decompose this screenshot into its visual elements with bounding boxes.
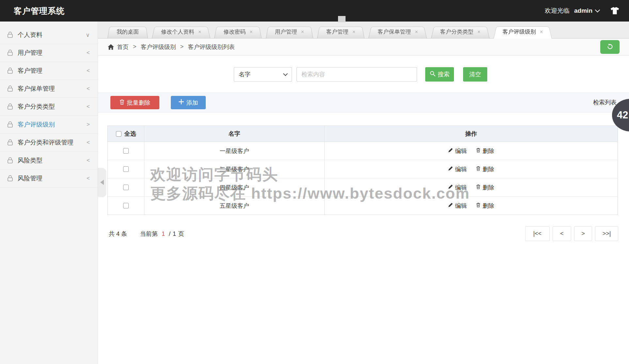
sidebar-item-label: 客户分类和评级管理 (18, 138, 87, 147)
sidebar-item-customer-management[interactable]: 客户管理 < (0, 62, 98, 80)
sidebar-item-customer-category-type[interactable]: 客户分类类型 < (0, 98, 98, 116)
current-page-prefix: 当前第 (140, 231, 158, 237)
chevron-left-icon: < (87, 50, 90, 56)
sidebar-item-policy-management[interactable]: 客户保单管理 < (0, 80, 98, 98)
row-checkbox[interactable] (123, 148, 129, 154)
row-checkbox[interactable] (123, 185, 129, 190)
edit-link[interactable]: 编辑 (448, 165, 467, 173)
shirt-icon[interactable] (610, 7, 619, 15)
breadcrumb-item[interactable]: 客户评级级别 (141, 43, 176, 51)
edit-link[interactable]: 编辑 (448, 184, 467, 191)
lock-icon (7, 32, 13, 38)
delete-label: 删除 (483, 147, 494, 155)
first-page-button[interactable]: |<< (525, 226, 550, 241)
close-icon[interactable]: × (540, 29, 543, 35)
app-header: 客户管理系统 欢迎光临 admin (0, 0, 629, 22)
chevron-right-icon: > (87, 121, 90, 128)
tab-bar: 我的桌面 修改个人资料 × 修改密码 × 用户管理 × 客户管理 × 客户保单管… (98, 22, 629, 38)
tab-customer-management[interactable]: 客户管理 × (317, 25, 364, 38)
sidebar-item-personal-profile[interactable]: 个人资料 ∨ (0, 26, 98, 44)
search-button[interactable]: 搜索 (425, 67, 454, 82)
edit-link[interactable]: 编辑 (448, 202, 467, 210)
close-icon[interactable]: × (352, 29, 355, 35)
close-icon[interactable]: × (250, 29, 252, 35)
tab-label: 修改个人资料 (161, 28, 194, 36)
sidebar-item-category-and-rating-management[interactable]: 客户分类和评级管理 < (0, 134, 98, 152)
chevron-left-icon: < (87, 157, 90, 164)
bulk-delete-button[interactable]: 批量删除 (110, 96, 159, 109)
house-icon (108, 44, 114, 50)
edit-link[interactable]: 编辑 (448, 147, 467, 155)
row-checkbox-cell (108, 197, 144, 215)
sidebar-item-risk-management[interactable]: 风险管理 < (0, 170, 98, 188)
sidebar-item-risk-type[interactable]: 风险类型 < (0, 152, 98, 170)
delete-link[interactable]: 删除 (476, 147, 494, 155)
chevron-down-icon[interactable] (595, 8, 600, 13)
chevron-left-icon: < (87, 85, 90, 92)
close-icon[interactable]: × (415, 29, 418, 35)
delete-link[interactable]: 删除 (476, 184, 494, 191)
sidebar-item-label: 客户分类类型 (18, 102, 87, 111)
total-count-text: 共 4 条 (109, 230, 127, 238)
table-row: 一星级客户 编辑 删除 (108, 142, 618, 160)
delete-link[interactable]: 删除 (476, 165, 494, 173)
tab-change-password[interactable]: 修改密码 × (214, 25, 262, 38)
clear-button-label: 清空 (469, 70, 481, 78)
header-user-area: 欢迎光临 admin (545, 0, 619, 22)
search-field-select[interactable]: 名字 (234, 67, 292, 82)
sidebar-item-user-management[interactable]: 用户管理 < (0, 44, 98, 62)
rating-level-table: 全选 名字 操作 一星级客户 编辑 删除 (107, 126, 618, 215)
magnifier-icon (430, 71, 435, 78)
welcome-text: 欢迎光临 (545, 7, 570, 15)
table-row: 五星级客户 编辑 删除 (108, 197, 618, 215)
breadcrumb-separator: > (180, 43, 184, 50)
tab-my-desktop[interactable]: 我的桌面 (107, 25, 148, 38)
pagination-buttons: |<< < > >>| (525, 226, 618, 241)
next-page-button[interactable]: > (574, 226, 592, 241)
sidebar-item-label: 客户保单管理 (18, 84, 87, 93)
sidebar-collapse-handle[interactable] (98, 168, 106, 197)
chevron-left-icon: < (87, 103, 90, 110)
delete-link[interactable]: 删除 (476, 202, 494, 210)
close-icon[interactable]: × (198, 29, 201, 35)
edit-label: 编辑 (455, 184, 467, 191)
close-icon[interactable]: × (301, 29, 304, 35)
username[interactable]: admin (574, 7, 592, 14)
row-checkbox[interactable] (123, 166, 129, 172)
lock-icon (7, 85, 13, 92)
add-button[interactable]: 添加 (171, 96, 206, 109)
select-all-label: 全选 (124, 130, 136, 138)
column-header-actions: 操作 (325, 126, 618, 142)
collapse-arrow-icon (100, 180, 104, 185)
tab-edit-profile[interactable]: 修改个人资料 × (152, 25, 210, 38)
clear-button[interactable]: 清空 (463, 67, 487, 82)
app-title: 客户管理系统 (14, 6, 65, 16)
row-checkbox[interactable] (123, 203, 129, 208)
tab-policy-management[interactable]: 客户保单管理 × (368, 25, 427, 38)
select-all-checkbox[interactable] (116, 131, 121, 137)
prev-page-button[interactable]: < (553, 226, 571, 241)
tab-user-management[interactable]: 用户管理 × (266, 25, 313, 38)
search-input[interactable] (297, 67, 417, 82)
refresh-button[interactable] (600, 40, 620, 54)
row-actions: 编辑 删除 (325, 178, 618, 196)
tab-customer-category-type[interactable]: 客户分类类型 × (431, 25, 490, 38)
row-actions: 编辑 删除 (325, 160, 618, 178)
trash-icon (476, 166, 480, 173)
lock-icon (7, 175, 13, 182)
current-page-number: 1 (162, 231, 165, 237)
close-icon[interactable]: × (477, 29, 480, 35)
last-page-button[interactable]: >>| (595, 226, 618, 241)
lock-icon (7, 139, 13, 146)
current-page-text: 当前第 1 / 1 页 (140, 230, 185, 238)
sidebar-item-label: 用户管理 (18, 49, 87, 57)
tab-customer-rating-level[interactable]: 客户评级级别 × (493, 25, 552, 38)
breadcrumb-home[interactable]: 首页 (117, 43, 129, 51)
row-checkbox-cell (108, 160, 144, 178)
lock-icon (7, 103, 13, 110)
sidebar-item-customer-rating-level[interactable]: 客户评级级别 > (0, 116, 98, 134)
table-row: 二星级客户 编辑 删除 (108, 160, 618, 178)
row-actions: 编辑 删除 (325, 142, 618, 160)
row-name: 一星级客户 (144, 142, 325, 160)
trash-icon (476, 202, 480, 209)
